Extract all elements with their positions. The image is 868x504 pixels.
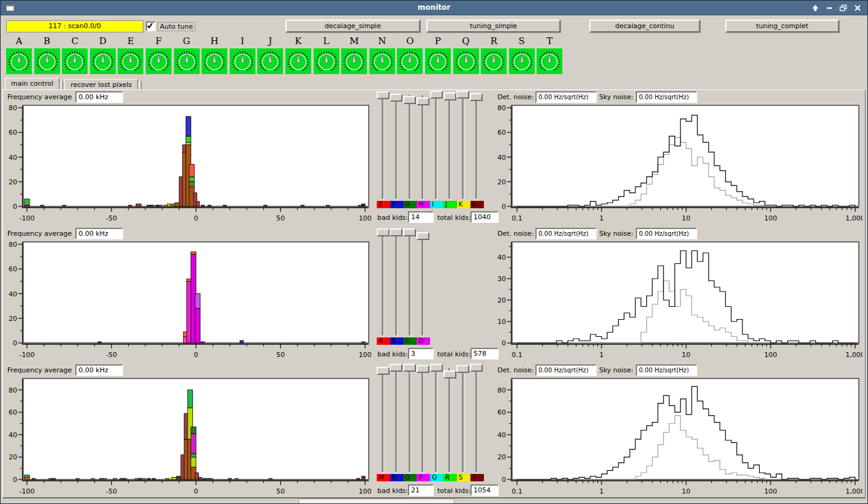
kid-slider-handle[interactable] (377, 367, 390, 375)
kid-slider-handle[interactable] (390, 94, 402, 102)
detector-dial[interactable] (537, 48, 562, 74)
detector-dial[interactable] (341, 48, 367, 74)
auto-tune-label[interactable]: Auto tune (157, 22, 195, 31)
detector-dial[interactable] (174, 48, 200, 74)
detector-dial[interactable] (118, 48, 143, 74)
sky-noise-input[interactable]: 0.00 Hz/sqrt(Hz) (636, 91, 697, 103)
kid-slider-track[interactable] (409, 95, 411, 200)
kid-slider-track[interactable] (409, 231, 411, 336)
detector-dial[interactable] (90, 48, 116, 74)
auto-tune-checkbox[interactable] (146, 21, 156, 31)
kid-slider-track[interactable] (382, 95, 384, 200)
det-noise-input[interactable]: 0.00 Hz/sqrt(Hz) (535, 91, 597, 103)
detector-dial[interactable] (453, 48, 479, 74)
kid-slider-track[interactable] (462, 95, 464, 200)
svg-text:0.1: 0.1 (511, 351, 523, 359)
kid-slider-handle[interactable] (456, 365, 469, 373)
decalage-simple-button[interactable]: decalage_simple (285, 20, 420, 32)
kid-slider-track[interactable] (395, 231, 398, 336)
svg-text:10: 10 (682, 214, 690, 222)
detector-dial[interactable] (425, 48, 451, 74)
kid-slider-track[interactable] (475, 368, 478, 473)
kid-slider-track[interactable] (382, 368, 384, 473)
detector-dial[interactable] (62, 48, 88, 74)
kid-slider-handle[interactable] (417, 232, 429, 240)
kid-slider-handle[interactable] (403, 96, 416, 104)
shade-button[interactable] (810, 3, 820, 13)
svg-text:100: 100 (764, 214, 777, 222)
bad-kids-input[interactable]: 14 (408, 211, 434, 223)
detector-dial[interactable] (509, 48, 535, 74)
kid-slider-handle[interactable] (390, 228, 402, 236)
kid-slider-handle[interactable] (403, 228, 416, 236)
frequency-average-input[interactable]: 0.00 kHz (75, 91, 123, 103)
svg-text:1,000: 1,000 (845, 214, 862, 222)
bad-kids-input[interactable]: 3 (408, 348, 434, 359)
kid-slider-handle[interactable] (443, 92, 456, 100)
det-noise-input[interactable]: 0.00 Hz/sqrt(Hz) (535, 364, 597, 376)
kid-slider-track[interactable] (435, 368, 437, 473)
svg-text:-100: -100 (20, 214, 35, 222)
kid-group-key: C (404, 337, 417, 345)
det-noise-input[interactable]: 0.00 Hz/sqrt(Hz) (535, 228, 597, 239)
detector-dial[interactable] (285, 48, 311, 74)
detector-dial[interactable] (481, 48, 507, 74)
kid-slider-track[interactable] (395, 95, 398, 200)
kid-slider-handle[interactable] (430, 91, 443, 99)
kid-slider-handle[interactable] (417, 365, 429, 373)
sky-noise-input[interactable]: 0.00 Hz/sqrt(Hz) (636, 364, 697, 376)
sky-noise-input[interactable]: 0.00 Hz/sqrt(Hz) (636, 228, 697, 239)
kid-slider-track[interactable] (395, 368, 398, 473)
minimize-button[interactable] (825, 3, 834, 13)
kid-sliders: MNOPQRST (372, 363, 495, 483)
svg-text:20: 20 (497, 296, 506, 304)
kid-slider-track[interactable] (448, 95, 451, 200)
tab-main-control[interactable]: main control (5, 78, 59, 89)
detector-dial[interactable] (230, 48, 255, 74)
tuning-simple-button[interactable]: tuning_simple (426, 20, 560, 32)
kid-slider-track[interactable] (448, 368, 451, 473)
detector-letter: A (6, 36, 32, 47)
kid-slider-track[interactable] (382, 231, 384, 336)
svg-text:0.1: 0.1 (511, 487, 523, 495)
frequency-average-input[interactable]: 0.00 kHz (75, 364, 123, 376)
tab-recover-lost-pixels[interactable]: recover lost pixels (64, 79, 138, 89)
restore-button[interactable] (839, 3, 848, 13)
detector-dial[interactable] (146, 48, 172, 74)
frequency-average-input[interactable]: 0.00 kHz (75, 228, 123, 239)
kid-slider-handle[interactable] (443, 370, 456, 378)
detector-dial[interactable] (6, 48, 32, 74)
svg-text:100: 100 (359, 351, 372, 359)
tuning-complet-button[interactable]: tuning_complet (725, 20, 839, 32)
detector-dial[interactable] (34, 48, 60, 74)
kid-slider-track[interactable] (421, 95, 424, 200)
kid-slider-track[interactable] (421, 368, 424, 473)
kid-slider-handle[interactable] (377, 91, 390, 99)
detector-dial[interactable] (202, 48, 227, 74)
titlebar[interactable]: monitor (1, 1, 867, 15)
kid-slider-handle[interactable] (377, 228, 390, 236)
bad-kids-input[interactable]: 21 (408, 484, 434, 496)
kid-slider-handle[interactable] (456, 91, 469, 99)
detector-dial[interactable] (369, 48, 395, 74)
kid-slider-handle[interactable] (390, 364, 402, 372)
kid-slider-handle[interactable] (470, 364, 483, 372)
detector-dial[interactable] (397, 48, 423, 74)
close-button[interactable] (853, 3, 862, 13)
kid-slider-handle[interactable] (470, 93, 483, 101)
kid-slider-track[interactable] (462, 368, 464, 473)
kid-slider-handle[interactable] (430, 364, 443, 372)
svg-text:20: 20 (497, 178, 506, 186)
kid-slider-handle[interactable] (417, 97, 429, 105)
partial-widget (298, 498, 455, 504)
svg-text:1,000: 1,000 (845, 351, 862, 359)
detector-dial[interactable] (257, 48, 283, 74)
kid-slider-track[interactable] (435, 95, 437, 200)
kid-slider-track[interactable] (409, 368, 411, 473)
kid-slider-track[interactable] (421, 231, 424, 336)
kid-slider-handle[interactable] (403, 364, 416, 372)
decalage-continu-button[interactable]: decalage_continu (589, 20, 700, 32)
detector-letters-row: ABCDEFGHIJKLMNOPQRST (6, 36, 562, 47)
detector-dial[interactable] (314, 48, 339, 74)
kid-slider-track[interactable] (475, 95, 478, 200)
